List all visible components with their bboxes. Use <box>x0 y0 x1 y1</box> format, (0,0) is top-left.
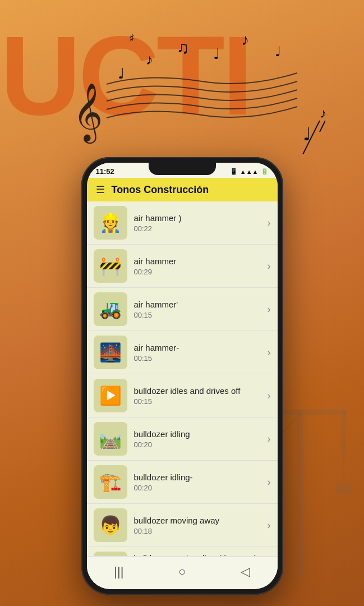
list-item[interactable]: 🛤️ bulldozer idling 00:20 › <box>87 417 278 461</box>
phone-notch <box>149 163 216 175</box>
item-text-4: bulldozer idles and drives off 00:15 <box>134 385 263 406</box>
item-icon-0: 👷 <box>94 206 127 240</box>
menu-button[interactable]: ☰ <box>96 183 105 196</box>
item-chevron-4: › <box>268 390 271 402</box>
item-title-5: bulldozer idling <box>134 429 263 440</box>
phone-screen: 11:52 📱 ▲▲▲ 🔋 ☰ Tonos Construcción 👷 air… <box>87 163 278 589</box>
nav-bar: ||| ○ ◁ <box>87 556 278 589</box>
item-chevron-6: › <box>268 476 271 488</box>
item-chevron-7: › <box>268 520 271 531</box>
recent-apps-button[interactable]: ||| <box>103 562 135 581</box>
item-title-2: air hammer' <box>134 299 263 310</box>
item-duration-6: 00:20 <box>134 484 263 492</box>
item-title-7: bulldozer moving away <box>134 515 263 526</box>
home-button[interactable]: ○ <box>167 562 197 581</box>
item-text-1: air hammer 00:29 <box>134 256 263 277</box>
list-item[interactable]: ▶️ bulldozer idles and drives off 00:15 … <box>87 374 278 417</box>
item-title-0: air hammer ) <box>134 213 263 224</box>
item-icon-6: 🏗️ <box>94 465 127 499</box>
phone-wrapper: 11:52 📱 ▲▲▲ 🔋 ☰ Tonos Construcción 👷 air… <box>81 157 283 595</box>
list-item[interactable]: 🏗️ bulldozer idling- 00:20 › <box>87 461 278 504</box>
item-icon-3: 🌉 <box>94 336 127 369</box>
item-duration-2: 00:15 <box>134 311 263 319</box>
list-item[interactable]: 👦 bulldozer moving away 00:18 › <box>87 504 278 547</box>
item-icon-5: 🛤️ <box>94 422 127 456</box>
item-duration-5: 00:20 <box>134 440 263 449</box>
svg-rect-15 <box>297 410 303 578</box>
item-duration-0: 00:22 <box>134 224 263 233</box>
item-icon-7: 👦 <box>94 508 127 542</box>
item-title-6: bulldozer idling- <box>134 472 263 483</box>
phone-frame: 11:52 📱 ▲▲▲ 🔋 ☰ Tonos Construcción 👷 air… <box>81 157 283 595</box>
toolbar: ☰ Tonos Construcción <box>87 178 278 201</box>
item-duration-3: 00:15 <box>134 354 263 362</box>
bg-text: UCTI <box>0 11 251 140</box>
item-chevron-3: › <box>268 347 271 359</box>
list-item[interactable]: 🚜 air hammer' 00:15 › <box>87 288 278 331</box>
item-duration-7: 00:18 <box>134 527 263 535</box>
item-text-6: bulldozer idling- 00:20 <box>134 472 263 493</box>
svg-rect-21 <box>336 483 352 494</box>
item-duration-4: 00:15 <box>134 397 263 406</box>
list-item[interactable]: 👷 air hammer ) 00:22 › <box>87 201 278 245</box>
status-time: 11:52 <box>96 167 114 176</box>
list-item[interactable]: 🌉 air hammer- 00:15 › <box>87 331 278 374</box>
item-icon-8: 🚒 <box>94 552 127 556</box>
item-duration-1: 00:29 <box>134 268 263 276</box>
item-text-3: air hammer- 00:15 <box>134 342 263 363</box>
item-chevron-0: › <box>268 217 271 229</box>
signal-icon: ▲▲▲ <box>240 168 259 175</box>
battery-icon: 🔋 <box>261 168 269 175</box>
list-item[interactable]: 🚒 bulldozer moving dirt with squeaky tra… <box>87 547 278 556</box>
toolbar-title: Tonos Construcción <box>112 184 269 196</box>
whatsapp-icon: 📱 <box>230 168 238 175</box>
sound-list[interactable]: 👷 air hammer ) 00:22 › 🚧 air hammer 00:2… <box>87 201 278 556</box>
item-icon-1: 🚧 <box>94 249 127 283</box>
item-title-4: bulldozer idles and drives off <box>134 385 263 397</box>
item-text-0: air hammer ) 00:22 <box>134 213 263 233</box>
item-chevron-5: › <box>268 433 271 445</box>
item-title-1: air hammer <box>134 256 263 267</box>
item-chevron-1: › <box>268 260 271 272</box>
item-icon-4: ▶️ <box>94 379 127 412</box>
item-title-3: air hammer- <box>134 342 263 354</box>
svg-rect-19 <box>342 410 346 454</box>
item-icon-2: 🚜 <box>94 292 127 326</box>
list-item[interactable]: 🚧 air hammer 00:29 › <box>87 245 278 288</box>
status-icons: 📱 ▲▲▲ 🔋 <box>230 168 269 175</box>
item-text-7: bulldozer moving away 00:18 <box>134 515 263 536</box>
item-text-2: air hammer' 00:15 <box>134 299 263 320</box>
back-button[interactable]: ◁ <box>229 562 261 581</box>
item-chevron-2: › <box>268 304 271 315</box>
item-text-5: bulldozer idling 00:20 <box>134 429 263 449</box>
